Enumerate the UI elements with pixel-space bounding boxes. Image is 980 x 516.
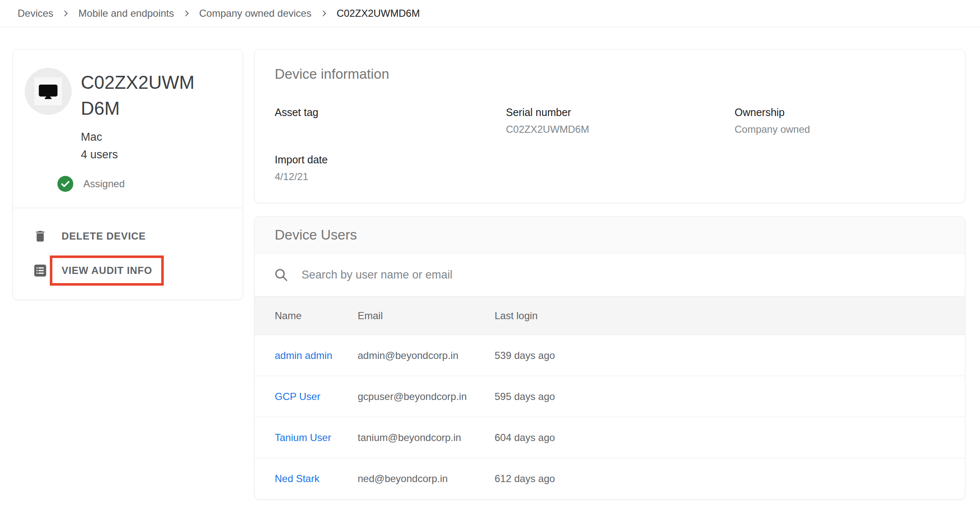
field-serial-number: Serial number C02ZX2UWMD6M [506,106,735,136]
user-email: tanium@beyondcorp.in [358,417,495,458]
view-audit-info-label: VIEW AUDIT INFO [62,265,152,276]
annotation-highlight-box: VIEW AUDIT INFO [50,255,164,286]
breadcrumb-devices[interactable]: Devices [18,8,53,19]
table-row: GCP User gcpuser@beyondcorp.in 595 days … [255,376,965,417]
table-row: Tanium User tanium@beyondcorp.in 604 day… [255,417,965,458]
device-information-title: Device information [275,66,945,82]
user-link[interactable]: Tanium User [275,432,331,443]
user-email: ned@beyondcorp.in [358,458,495,499]
search-input[interactable] [302,268,946,281]
breadcrumb-company-owned-devices[interactable]: Company owned devices [199,8,312,19]
chevron-right-icon [62,9,70,18]
device-information-card: Device information Asset tag Serial numb… [254,49,965,203]
device-name: C02ZX2UWMD6M [81,70,206,121]
list-alt-icon [33,263,47,278]
user-link[interactable]: admin admin [275,350,332,361]
device-user-count: 4 users [81,146,206,163]
breadcrumb: Devices Mobile and endpoints Company own… [0,0,980,27]
user-email: admin@beyondcorp.in [358,335,495,376]
device-users-title: Device Users [275,227,357,243]
field-import-date: Import date 4/12/21 [275,154,506,183]
device-type: Mac [81,128,206,146]
desktop-monitor-icon [34,77,62,105]
column-header-email: Email [358,297,495,335]
field-ownership: Ownership Company owned [735,106,945,136]
table-header-row: Name Email Last login [255,297,965,335]
device-avatar [25,68,72,115]
user-last-login: 604 days ago [495,417,965,458]
chevron-right-icon [183,9,191,18]
status-badge: Assigned [83,178,125,190]
device-users-table: Name Email Last login admin admin admin@… [255,296,965,499]
delete-device-label: DELETE DEVICE [62,230,146,242]
trash-icon [33,229,47,243]
search-icon [273,267,289,283]
chevron-right-icon [320,9,328,18]
breadcrumb-current-device: C02ZX2UWMD6M [337,8,420,19]
user-email: gcpuser@beyondcorp.in [358,376,495,417]
user-last-login: 595 days ago [495,376,965,417]
user-link[interactable]: Ned Stark [275,473,320,484]
breadcrumb-mobile-endpoints[interactable]: Mobile and endpoints [78,8,174,19]
view-audit-info-button[interactable]: VIEW AUDIT INFO [13,253,242,288]
device-summary-card: C02ZX2UWMD6M Mac 4 users Assigned [13,49,243,300]
column-header-last-login: Last login [495,297,965,335]
field-asset-tag: Asset tag [275,106,506,136]
user-link[interactable]: GCP User [275,391,320,402]
column-header-name: Name [255,297,358,335]
device-users-card: Device Users Name Email Last log [254,216,965,500]
user-last-login: 539 days ago [495,335,965,376]
user-last-login: 612 days ago [495,458,965,499]
table-row: admin admin admin@beyondcorp.in 539 days… [255,335,965,376]
delete-device-button[interactable]: DELETE DEVICE [13,219,242,253]
table-row: Ned Stark ned@beyondcorp.in 612 days ago [255,458,965,499]
check-circle-icon [57,176,73,192]
